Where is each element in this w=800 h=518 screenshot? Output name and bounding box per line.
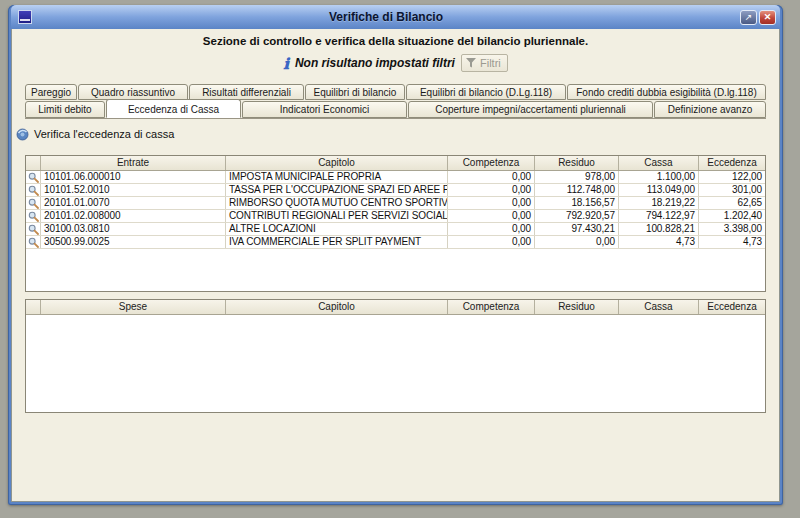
cell-code: 20101.01.0070 xyxy=(41,197,226,209)
col-residuo[interactable]: Residuo xyxy=(535,156,619,170)
col-spese[interactable]: Spese xyxy=(41,300,226,314)
tab-fondo-crediti-dubbia-esigibilita[interactable]: Fondo crediti dubbia esigibilità (D.lg.1… xyxy=(567,84,766,100)
cell-eccedenza: 3.398,00 xyxy=(699,223,765,235)
col-competenza[interactable]: Competenza xyxy=(448,300,535,314)
cell-residuo: 792.920,57 xyxy=(535,210,619,222)
tab-equilibri-di-bilancio-dlg118[interactable]: Equilibri di bilancio (D.Lg.118) xyxy=(406,84,566,100)
cell-capitolo: IVA COMMERCIALE PER SPLIT PAYMENT xyxy=(226,236,448,248)
cell-eccedenza: 4,73 xyxy=(699,236,765,248)
tab-strip: Pareggio Quadro riassuntivo Risultati di… xyxy=(25,84,766,119)
table-row[interactable]: 10101.52.0010 TASSA PER L'OCCUPAZIONE SP… xyxy=(26,184,765,197)
col-capitolo[interactable]: Capitolo xyxy=(226,156,448,170)
app-icon xyxy=(18,10,32,24)
titlebar[interactable]: Verifiche di Bilancio ↗ ✕ xyxy=(11,5,780,29)
tab-definizione-avanzo[interactable]: Definizione avanzo xyxy=(654,101,766,118)
header-icon-spacer xyxy=(26,156,41,170)
tab-row-2: Limiti debito Eccedenza di Cassa Indicat… xyxy=(25,101,766,119)
tab-limiti-debito[interactable]: Limiti debito xyxy=(25,101,105,118)
cell-cassa: 100.828,21 xyxy=(619,223,699,235)
cell-cassa: 18.219,22 xyxy=(619,197,699,209)
cell-capitolo: RIMBORSO QUOTA MUTUO CENTRO SPORTIVO MIN… xyxy=(226,197,448,209)
cell-competenza: 0,00 xyxy=(448,197,535,209)
col-capitolo[interactable]: Capitolo xyxy=(226,300,448,314)
magnifier-icon[interactable] xyxy=(28,211,39,222)
cell-competenza: 0,00 xyxy=(448,223,535,235)
cell-code: 30100.03.0810 xyxy=(41,223,226,235)
page-title: Sezione di controllo e verifica della si… xyxy=(12,35,779,47)
col-residuo[interactable]: Residuo xyxy=(535,300,619,314)
col-eccedenza[interactable]: Eccedenza xyxy=(699,156,765,170)
cell-residuo: 18.156,57 xyxy=(535,197,619,209)
magnifier-icon[interactable] xyxy=(28,198,39,209)
tab-quadro-riassuntivo[interactable]: Quadro riassuntivo xyxy=(78,84,188,100)
cell-code: 30500.99.0025 xyxy=(41,236,226,248)
cell-cassa: 113.049,00 xyxy=(619,184,699,196)
magnifier-icon[interactable] xyxy=(28,237,39,248)
cell-competenza: 0,00 xyxy=(448,210,535,222)
cell-capitolo: IMPOSTA MUNICIPALE PROPRIA xyxy=(226,171,448,183)
tab-coperture-impegni-pluriennali[interactable]: Coperture impegni/accertamenti plurienna… xyxy=(408,101,653,118)
window-content: Sezione di controllo e verifica della si… xyxy=(11,29,780,502)
filter-status-text: Non risultano impostati filtri xyxy=(295,56,455,70)
verify-toolbar: Verifica l'eccedenza di cassa xyxy=(16,126,779,142)
magnifier-icon[interactable] xyxy=(28,172,39,183)
magnifier-icon[interactable] xyxy=(28,224,39,235)
table-row[interactable]: 30100.03.0810 ALTRE LOCAZIONI 0,00 97.43… xyxy=(26,223,765,236)
cell-capitolo: ALTRE LOCAZIONI xyxy=(226,223,448,235)
filters-button[interactable]: Filtri xyxy=(461,54,508,72)
tab-eccedenza-di-cassa[interactable]: Eccedenza di Cassa xyxy=(106,99,241,118)
table-row[interactable]: 20101.01.0070 RIMBORSO QUOTA MUTUO CENTR… xyxy=(26,197,765,210)
table-row[interactable]: 30500.99.0025 IVA COMMERCIALE PER SPLIT … xyxy=(26,236,765,249)
filters-button-label: Filtri xyxy=(480,57,501,69)
entrate-table-body: 10101.06.000010 IMPOSTA MUNICIPALE PROPR… xyxy=(26,171,765,249)
col-competenza[interactable]: Competenza xyxy=(448,156,535,170)
tab-row-1: Pareggio Quadro riassuntivo Risultati di… xyxy=(25,84,766,100)
cell-eccedenza: 62,65 xyxy=(699,197,765,209)
cell-competenza: 0,00 xyxy=(448,184,535,196)
filter-status-row: ℹ Non risultano impostati filtri Filtri xyxy=(12,53,779,73)
header-icon-spacer xyxy=(26,300,41,314)
restore-button[interactable]: ↗ xyxy=(740,10,757,25)
magnifier-icon[interactable] xyxy=(28,185,39,196)
cell-cassa: 1.100,00 xyxy=(619,171,699,183)
info-icon: ℹ xyxy=(283,56,289,71)
cell-code: 10101.52.0010 xyxy=(41,184,226,196)
verify-label: Verifica l'eccedenza di cassa xyxy=(34,128,174,140)
tab-risultati-differenziali[interactable]: Risultati differenziali xyxy=(189,84,304,100)
tab-equilibri-di-bilancio[interactable]: Equilibri di bilancio xyxy=(305,84,405,100)
tab-pareggio[interactable]: Pareggio xyxy=(25,84,77,100)
col-cassa[interactable]: Cassa xyxy=(619,300,699,314)
cell-residuo: 112.748,00 xyxy=(535,184,619,196)
filter-funnel-icon xyxy=(466,58,476,68)
cell-competenza: 0,00 xyxy=(448,171,535,183)
close-button[interactable]: ✕ xyxy=(759,10,776,25)
cell-eccedenza: 1.202,40 xyxy=(699,210,765,222)
restore-icon: ↗ xyxy=(745,13,753,22)
cell-competenza: 0,00 xyxy=(448,236,535,248)
window-title: Verifiche di Bilancio xyxy=(32,10,740,24)
cell-residuo: 978,00 xyxy=(535,171,619,183)
spese-table: Spese Capitolo Competenza Residuo Cassa … xyxy=(25,299,766,413)
table-row[interactable]: 20101.02.008000 CONTRIBUTI REGIONALI PER… xyxy=(26,210,765,223)
window-controls: ↗ ✕ xyxy=(740,10,776,25)
col-eccedenza[interactable]: Eccedenza xyxy=(699,300,765,314)
cell-capitolo: CONTRIBUTI REGIONALI PER SERVIZI SOCIALI… xyxy=(226,210,448,222)
close-icon: ✕ xyxy=(764,13,772,22)
spese-table-header: Spese Capitolo Competenza Residuo Cassa … xyxy=(26,300,765,315)
entrate-table: Entrate Capitolo Competenza Residuo Cass… xyxy=(25,155,766,292)
cell-cassa: 794.122,97 xyxy=(619,210,699,222)
col-cassa[interactable]: Cassa xyxy=(619,156,699,170)
cell-code: 10101.06.000010 xyxy=(41,171,226,183)
tab-indicatori-economici[interactable]: Indicatori Economici xyxy=(242,101,407,118)
cell-eccedenza: 122,00 xyxy=(699,171,765,183)
entrate-table-header: Entrate Capitolo Competenza Residuo Cass… xyxy=(26,156,765,171)
app-window: Verifiche di Bilancio ↗ ✕ Sezione di con… xyxy=(8,5,783,505)
table-row[interactable]: 10101.06.000010 IMPOSTA MUNICIPALE PROPR… xyxy=(26,171,765,184)
cell-residuo: 97.430,21 xyxy=(535,223,619,235)
cell-capitolo: TASSA PER L'OCCUPAZIONE SPAZI ED AREE PU… xyxy=(226,184,448,196)
cell-residuo: 0,00 xyxy=(535,236,619,248)
cell-code: 20101.02.008000 xyxy=(41,210,226,222)
cell-eccedenza: 301,00 xyxy=(699,184,765,196)
verify-icon xyxy=(16,128,29,141)
col-entrate[interactable]: Entrate xyxy=(41,156,226,170)
